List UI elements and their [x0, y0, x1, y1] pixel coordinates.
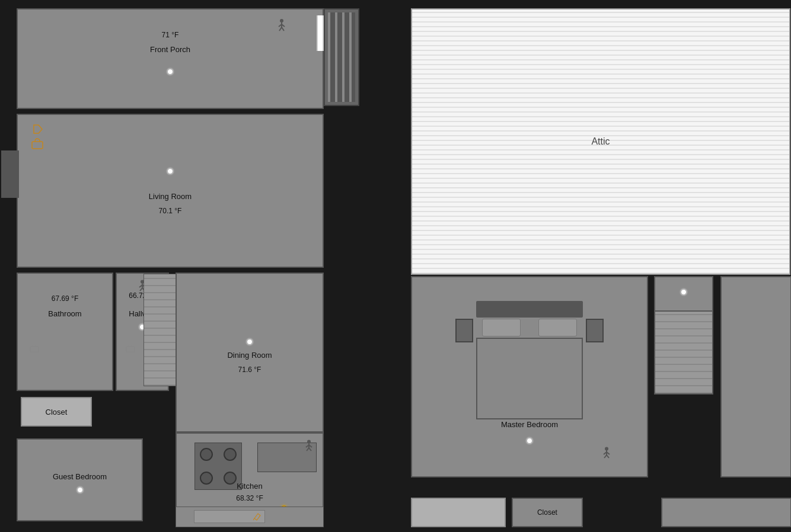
living-room-temp: 70.1 °F [159, 207, 182, 215]
tag-icon-living[interactable] [33, 124, 43, 134]
master-bedroom-label: Master Bedroom [501, 420, 558, 429]
bathroom-temp: 67.69 °F [52, 294, 79, 303]
kitchen-temp: 68.32 °F [236, 494, 263, 502]
svg-line-5 [282, 27, 284, 31]
living-room-label: Living Room [149, 192, 192, 201]
stove [194, 443, 242, 490]
right-floor-plan: Attic Master Bedroom [406, 0, 791, 532]
guest-bedroom-label: Guest Bedroom [53, 472, 107, 481]
svg-point-20 [307, 440, 311, 444]
front-porch-label: Front Porch [150, 45, 190, 54]
closet-bottom-left [411, 498, 506, 527]
svg-rect-7 [32, 142, 43, 149]
sensor-icon-hall[interactable] [126, 345, 136, 353]
floor-plan: 71 °F Front Porch [0, 0, 791, 532]
master-bedroom-room: Master Bedroom [411, 276, 648, 477]
kitchen-label: Kitchen [237, 482, 262, 491]
person-icon-porch [276, 18, 287, 31]
closet-right-room: Closet [654, 276, 713, 395]
bed [476, 301, 583, 419]
vent-box [324, 8, 359, 106]
staircase-left [143, 274, 176, 386]
person-icon-kitchen [304, 440, 314, 451]
closet-bottom-center: Closet [512, 498, 583, 527]
guest-bedroom-room: Guest Bedroom [17, 438, 143, 521]
person-icon-master [602, 447, 611, 459]
left-floor-plan: 71 °F Front Porch [0, 0, 388, 532]
attic-label: Attic [591, 136, 610, 147]
svg-line-32 [607, 455, 609, 458]
closet-bottom-center-label: Closet [537, 508, 557, 517]
bag-icon-living[interactable] [31, 137, 44, 149]
attic-room: Attic [411, 8, 790, 275]
closet-left-label: Closet [46, 408, 68, 416]
front-porch-room: 71 °F Front Porch [17, 8, 324, 109]
center-gap [388, 0, 406, 532]
dining-room-label: Dining Room [227, 351, 272, 360]
dining-room-temp: 71.6 °F [238, 366, 261, 374]
svg-rect-8 [30, 347, 39, 352]
pencil-icon [253, 512, 261, 521]
bathroom-room: 67.69 °F Bathroom [17, 273, 113, 391]
front-porch-temp: 71 °F [162, 31, 179, 39]
kitchen-ext [176, 507, 324, 527]
closet-left: Closet [21, 397, 92, 427]
bathroom-label: Bathroom [48, 309, 81, 318]
living-room-room: Living Room 70.1 °F [17, 114, 324, 268]
svg-line-26 [253, 518, 254, 520]
dining-room-room: Dining Room 71.6 °F [176, 273, 324, 432]
svg-line-25 [309, 448, 311, 451]
svg-rect-17 [126, 347, 135, 352]
far-right-room [720, 276, 791, 477]
sensor-icon-bath[interactable] [30, 345, 40, 353]
svg-point-0 [280, 19, 283, 23]
svg-point-27 [605, 447, 608, 451]
closet-bottom-right [661, 498, 791, 527]
